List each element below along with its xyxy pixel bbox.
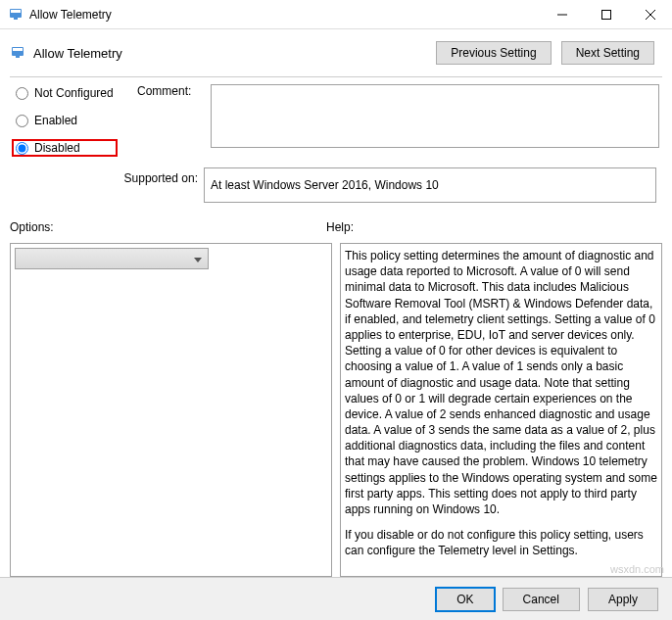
radio-label: Enabled	[34, 114, 77, 127]
chevron-down-icon	[194, 252, 202, 265]
radio-label: Not Configured	[34, 86, 114, 100]
close-button[interactable]	[628, 0, 672, 29]
radio-not-configured[interactable]: Not Configured	[12, 84, 118, 102]
radio-disabled[interactable]: Disabled	[12, 139, 118, 157]
help-text-1: This policy setting determines the amoun…	[345, 248, 657, 517]
radio-not-configured-input[interactable]	[16, 87, 28, 100]
window-controls	[540, 0, 672, 29]
svg-rect-4	[601, 10, 610, 19]
radio-disabled-input[interactable]	[16, 142, 28, 155]
comment-row: Comment:	[137, 84, 659, 148]
panels: This policy setting determines the amoun…	[10, 243, 662, 577]
divider	[10, 76, 662, 77]
radio-enabled-input[interactable]	[16, 115, 28, 127]
policy-icon	[10, 45, 25, 61]
footer: OK Cancel Apply	[0, 577, 672, 620]
radio-label: Disabled	[34, 141, 80, 155]
supported-value-box: At least Windows Server 2016, Windows 10	[204, 167, 656, 203]
comment-input[interactable]	[211, 84, 659, 148]
svg-marker-10	[194, 258, 202, 262]
radio-enabled[interactable]: Enabled	[12, 112, 118, 129]
apply-button[interactable]: Apply	[588, 588, 658, 611]
svg-rect-2	[14, 18, 18, 20]
comment-label: Comment:	[137, 84, 211, 148]
svg-rect-9	[16, 56, 20, 58]
cancel-button[interactable]: Cancel	[503, 588, 580, 611]
svg-rect-8	[13, 48, 23, 51]
header: Allow Telemetry Previous Setting Next Se…	[0, 29, 672, 76]
window-title: Allow Telemetry	[29, 8, 540, 22]
help-text-2: If you disable or do not configure this …	[345, 527, 657, 558]
panel-labels: Options: Help:	[10, 220, 662, 234]
next-setting-button[interactable]: Next Setting	[561, 41, 654, 65]
supported-value: At least Windows Server 2016, Windows 10	[211, 178, 439, 192]
page-title: Allow Telemetry	[33, 46, 436, 61]
options-combo[interactable]	[15, 248, 209, 269]
ok-button[interactable]: OK	[436, 588, 494, 611]
minimize-button[interactable]	[540, 0, 584, 29]
state-radio-group: Not Configured Enabled Disabled	[12, 84, 118, 157]
help-panel: This policy setting determines the amoun…	[340, 243, 662, 577]
svg-rect-1	[11, 10, 21, 13]
options-label: Options:	[10, 220, 326, 234]
options-panel	[10, 243, 332, 577]
window-titlebar: Allow Telemetry	[0, 0, 672, 29]
previous-setting-button[interactable]: Previous Setting	[436, 41, 551, 65]
maximize-button[interactable]	[584, 0, 628, 29]
policy-icon	[8, 7, 24, 23]
supported-row: Supported on: At least Windows Server 20…	[118, 167, 656, 203]
help-label: Help:	[326, 220, 354, 234]
supported-label: Supported on:	[118, 167, 204, 185]
